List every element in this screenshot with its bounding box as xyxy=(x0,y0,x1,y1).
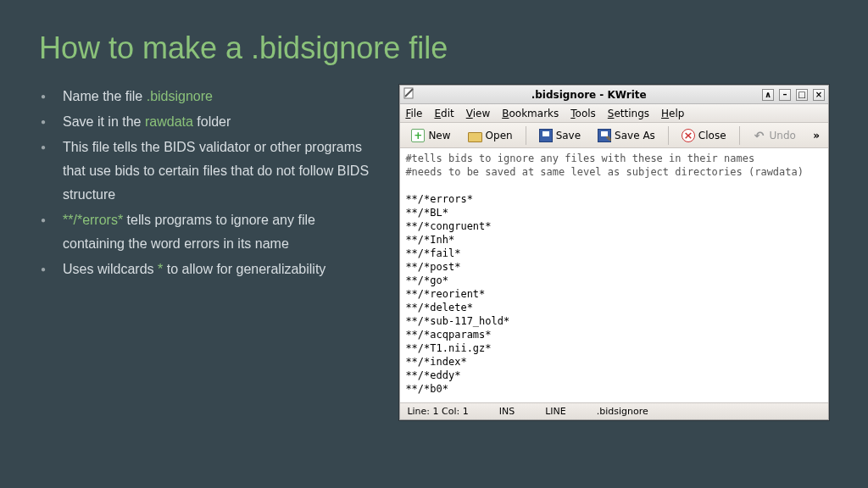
status-filename: .bidsignore xyxy=(597,406,648,417)
menu-help[interactable]: Help xyxy=(661,108,684,119)
new-file-icon xyxy=(411,129,425,142)
menu-settings[interactable]: Settings xyxy=(608,108,649,119)
menu-view[interactable]: View xyxy=(466,108,490,119)
slide: How to make a .bidsignore file Name the … xyxy=(0,0,868,488)
bullet-item: Save it in the rawdata folder xyxy=(39,110,377,134)
toolbar-separator xyxy=(526,126,526,145)
status-cursor-position: Line: 1 Col: 1 xyxy=(407,406,468,417)
bullet-list: Name the file .bidsignore Save it in the… xyxy=(39,85,377,281)
bullet-text: This file tells the BIDS validator or ot… xyxy=(63,140,369,202)
bullet-text: Uses wildcards xyxy=(63,262,158,276)
kwrite-window: .bidsignore - KWrite ∧ – □ × File Edit V… xyxy=(399,85,829,420)
save-as-button[interactable]: Save As xyxy=(592,125,661,146)
content-columns: Name the file .bidsignore Save it in the… xyxy=(39,85,829,420)
save-icon xyxy=(539,129,553,142)
slide-title: How to make a .bidsignore file xyxy=(39,30,829,66)
bullet-item: Name the file .bidsignore xyxy=(39,85,377,108)
editor-line: **/*BL* xyxy=(405,206,823,219)
toolbar-separator xyxy=(668,126,669,145)
bullet-item: Uses wildcards * to allow for generaliza… xyxy=(39,258,377,281)
save-as-icon xyxy=(598,129,611,142)
editor-line: #tells bids to ignore any files with the… xyxy=(405,152,823,165)
bullet-item: **/*errors* tells programs to ignore any… xyxy=(39,208,377,256)
bullet-text: Save it in the xyxy=(63,114,145,129)
toolbar: New Open Save Save As Clos xyxy=(400,123,828,148)
editor-line: **/*delete* xyxy=(405,301,823,314)
editor-line: **/*reorient* xyxy=(405,287,823,301)
toolbar-overflow-button[interactable]: » xyxy=(810,130,823,141)
window-titlebar[interactable]: .bidsignore - KWrite ∧ – □ × xyxy=(400,86,828,104)
editor-line: **/*fail* xyxy=(405,247,823,260)
button-label: Save xyxy=(556,130,581,141)
button-label: Close xyxy=(698,130,726,141)
editor-line: #needs to be saved at same level as subj… xyxy=(405,165,823,179)
button-label: Open xyxy=(486,130,513,141)
menu-bookmarks[interactable]: Bookmarks xyxy=(502,108,559,119)
new-button[interactable]: New xyxy=(405,125,456,146)
window-title: .bidsignore - KWrite xyxy=(420,89,757,101)
status-bar: Line: 1 Col: 1 INS LINE .bidsignore xyxy=(400,402,828,419)
maximize-button[interactable]: □ xyxy=(796,89,808,101)
editor-line: **/*congruent* xyxy=(405,219,823,233)
minimize-button[interactable]: – xyxy=(779,89,791,101)
status-line-mode: LINE xyxy=(545,406,566,417)
text-editor-area[interactable]: #tells bids to ignore any files with the… xyxy=(400,148,828,402)
open-folder-icon xyxy=(468,132,482,142)
editor-line: **/*go* xyxy=(405,274,823,287)
bullet-text: folder xyxy=(193,114,231,129)
button-label: Save As xyxy=(615,130,655,141)
toolbar-separator xyxy=(739,126,740,145)
undo-icon xyxy=(753,129,766,142)
editor-line: **/*errors* xyxy=(405,192,823,206)
close-window-button[interactable]: × xyxy=(813,89,825,101)
button-label: Undo xyxy=(770,130,796,141)
editor-line: **/*eddy* xyxy=(405,369,823,382)
bullet-text: Name the file xyxy=(63,89,147,103)
editor-line: **/*acqparams* xyxy=(405,328,823,341)
editor-line: **/*b0* xyxy=(405,382,823,396)
menu-edit[interactable]: Edit xyxy=(434,108,453,119)
button-label: New xyxy=(428,130,450,141)
bullet-highlight: rawdata xyxy=(145,114,193,129)
close-button[interactable]: Close xyxy=(676,125,732,146)
editor-blank-line xyxy=(405,179,823,192)
bullet-highlight: **/*errors* xyxy=(63,213,123,227)
close-icon xyxy=(682,129,695,142)
bullet-list-column: Name the file .bidsignore Save it in the… xyxy=(39,85,377,420)
editor-line: **/*T1.nii.gz* xyxy=(405,341,823,355)
save-button[interactable]: Save xyxy=(533,125,587,146)
editor-line: **/*index* xyxy=(405,355,823,369)
rollup-button[interactable]: ∧ xyxy=(762,89,774,101)
menu-tools[interactable]: Tools xyxy=(570,108,596,119)
bullet-highlight: .bidsignore xyxy=(147,89,213,103)
bullet-item: This file tells the BIDS validator or ot… xyxy=(39,136,377,207)
status-insert-mode: INS xyxy=(499,406,515,417)
undo-button[interactable]: Undo xyxy=(747,125,802,146)
menubar: File Edit View Bookmarks Tools Settings … xyxy=(400,104,828,123)
bullet-text: to allow for generalizability xyxy=(163,262,326,276)
editor-line: **/*post* xyxy=(405,260,823,274)
open-button[interactable]: Open xyxy=(462,125,519,146)
editor-line: **/*Inh* xyxy=(405,233,823,247)
app-icon xyxy=(403,87,415,102)
menu-file[interactable]: File xyxy=(405,108,422,119)
editor-line: **/*sub-117_hold* xyxy=(405,314,823,328)
